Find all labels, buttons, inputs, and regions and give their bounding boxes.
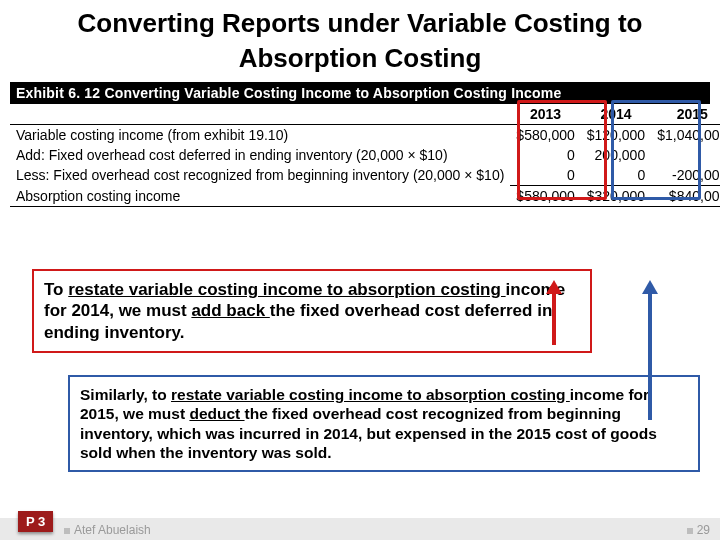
badge-p3: P 3 <box>18 511 53 532</box>
year-2015: 2015 <box>651 104 720 125</box>
text: add back <box>191 301 269 320</box>
year-2014: 2014 <box>581 104 651 125</box>
title-line1: Converting Reports under Variable Costin… <box>78 8 643 38</box>
row-label: Add: Fixed overhead cost deferred in end… <box>10 145 510 165</box>
cell: $580,000 <box>510 186 580 207</box>
exhibit: Exhibit 6. 12 Converting Variable Costin… <box>10 82 710 207</box>
cell: $840,000 <box>651 186 720 207</box>
text: deduct <box>189 405 244 422</box>
table-row: Variable costing income (from exhibit 19… <box>10 125 720 146</box>
cell: $320,000 <box>581 186 651 207</box>
cell: 0 <box>651 145 720 165</box>
exhibit-header: Exhibit 6. 12 Converting Variable Costin… <box>10 82 710 104</box>
cell: $1,040,000 <box>651 125 720 146</box>
row-label: Absorption costing income <box>10 186 510 207</box>
text: Similarly, to <box>80 386 171 403</box>
author-text: Atef Abuelaish <box>74 523 151 537</box>
text: restate variable costing income to absor… <box>171 386 570 403</box>
cell: $120,000 <box>581 125 651 146</box>
text: restate variable costing income to absor… <box>68 280 505 299</box>
page-number: 29 <box>687 523 710 537</box>
cell: $580,000 <box>510 125 580 146</box>
table-row: Add: Fixed overhead cost deferred in end… <box>10 145 720 165</box>
table-row: Absorption costing income $580,000 $320,… <box>10 186 720 207</box>
bullet-icon <box>687 528 693 534</box>
cell: 200,000 <box>581 145 651 165</box>
cell: 0 <box>510 165 580 186</box>
title-line2: Absorption Costing <box>239 43 482 73</box>
cell: 0 <box>510 145 580 165</box>
footer: P 3 Atef Abuelaish 29 <box>0 518 720 540</box>
table-row: Less: Fixed overhead cost recognized fro… <box>10 165 720 186</box>
exhibit-table: 2013 2014 2015 Variable costing income (… <box>10 104 720 207</box>
bullet-icon <box>64 528 70 534</box>
page-number-text: 29 <box>697 523 710 537</box>
row-label: Variable costing income (from exhibit 19… <box>10 125 510 146</box>
callout-2014: To restate variable costing income to ab… <box>32 269 592 353</box>
cell: -200,000 <box>651 165 720 186</box>
row-label: Less: Fixed overhead cost recognized fro… <box>10 165 510 186</box>
slide-title: Converting Reports under Variable Costin… <box>10 6 710 76</box>
year-2013: 2013 <box>510 104 580 125</box>
cell: 0 <box>581 165 651 186</box>
text: To <box>44 280 68 299</box>
callout-2015: Similarly, to restate variable costing i… <box>68 375 700 473</box>
author-label: Atef Abuelaish <box>64 523 151 537</box>
